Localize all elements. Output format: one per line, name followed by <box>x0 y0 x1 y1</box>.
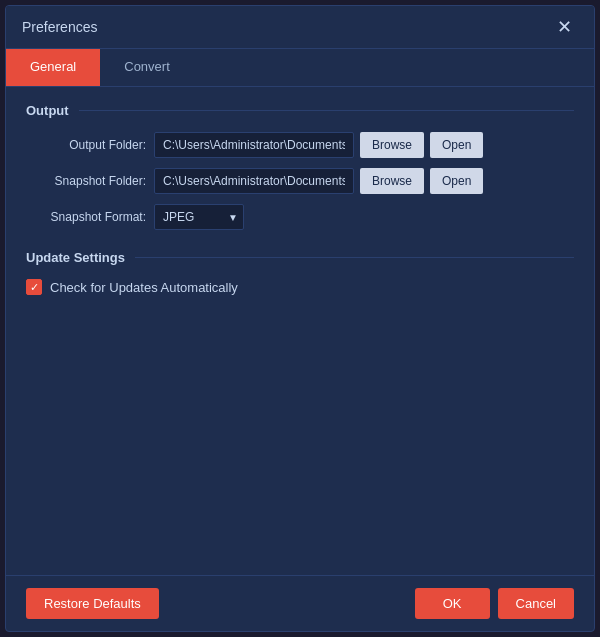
close-button[interactable]: ✕ <box>551 16 578 38</box>
output-folder-open-button[interactable]: Open <box>430 132 483 158</box>
snapshot-folder-row: Snapshot Folder: Browse Open <box>26 168 574 194</box>
dialog-title: Preferences <box>22 19 97 35</box>
tab-bar: General Convert <box>6 49 594 87</box>
main-content: Output Output Folder: Browse Open Snapsh… <box>6 87 594 575</box>
output-section-title: Output <box>26 103 69 118</box>
snapshot-format-select[interactable]: JPEG PNG BMP GIF <box>154 204 244 230</box>
tab-convert[interactable]: Convert <box>100 49 194 86</box>
snapshot-format-label: Snapshot Format: <box>26 210 146 224</box>
cancel-button[interactable]: Cancel <box>498 588 574 619</box>
preferences-dialog: Preferences ✕ General Convert Output Out… <box>5 5 595 632</box>
check-updates-row: ✓ Check for Updates Automatically <box>26 279 574 295</box>
update-settings-header: Update Settings <box>26 250 574 265</box>
footer-right: OK Cancel <box>415 588 574 619</box>
update-divider <box>135 257 574 258</box>
output-section: Output Output Folder: Browse Open Snapsh… <box>26 103 574 230</box>
dialog-footer: Restore Defaults OK Cancel <box>6 575 594 631</box>
title-bar: Preferences ✕ <box>6 6 594 49</box>
checkmark-icon: ✓ <box>30 282 39 293</box>
snapshot-folder-open-button[interactable]: Open <box>430 168 483 194</box>
snapshot-format-row: Snapshot Format: JPEG PNG BMP GIF ▼ <box>26 204 574 230</box>
footer-left: Restore Defaults <box>26 588 159 619</box>
check-updates-checkbox[interactable]: ✓ <box>26 279 42 295</box>
snapshot-format-wrapper: JPEG PNG BMP GIF ▼ <box>154 204 244 230</box>
output-folder-label: Output Folder: <box>26 138 146 152</box>
snapshot-folder-input[interactable] <box>154 168 354 194</box>
output-divider <box>79 110 574 111</box>
output-folder-row: Output Folder: Browse Open <box>26 132 574 158</box>
restore-defaults-button[interactable]: Restore Defaults <box>26 588 159 619</box>
output-section-header: Output <box>26 103 574 118</box>
snapshot-folder-label: Snapshot Folder: <box>26 174 146 188</box>
ok-button[interactable]: OK <box>415 588 490 619</box>
check-updates-label: Check for Updates Automatically <box>50 280 238 295</box>
update-settings-title: Update Settings <box>26 250 125 265</box>
output-folder-input[interactable] <box>154 132 354 158</box>
output-folder-browse-button[interactable]: Browse <box>360 132 424 158</box>
check-updates-checkbox-wrapper[interactable]: ✓ Check for Updates Automatically <box>26 279 238 295</box>
update-settings-section: Update Settings ✓ Check for Updates Auto… <box>26 250 574 295</box>
tab-general[interactable]: General <box>6 49 100 86</box>
snapshot-folder-browse-button[interactable]: Browse <box>360 168 424 194</box>
